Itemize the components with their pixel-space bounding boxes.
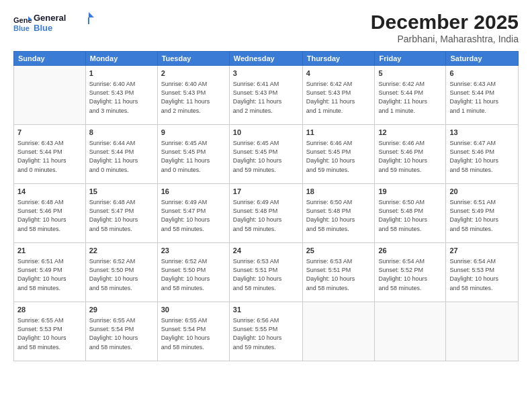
day-cell: 31Sunrise: 6:56 AM Sunset: 5:55 PM Dayli… [229,302,302,361]
calendar-body: 1Sunrise: 6:40 AM Sunset: 5:43 PM Daylig… [14,66,519,361]
day-number: 27 [449,246,515,256]
day-header-thursday: Thursday [302,52,375,66]
logo: General Blue General Blue [13,11,94,35]
logo-svg: General Blue [34,11,94,35]
day-number: 10 [233,128,299,138]
day-number: 22 [89,246,154,256]
week-row-3: 21Sunrise: 6:51 AM Sunset: 5:49 PM Dayli… [14,243,519,302]
day-number: 19 [378,187,442,197]
day-info: Sunrise: 6:55 AM Sunset: 5:54 PM Dayligh… [161,316,226,351]
logo-icon: General Blue [13,13,32,32]
day-cell: 20Sunrise: 6:51 AM Sunset: 5:49 PM Dayli… [446,184,519,243]
day-info: Sunrise: 6:55 AM Sunset: 5:53 PM Dayligh… [17,316,82,351]
day-cell: 23Sunrise: 6:52 AM Sunset: 5:50 PM Dayli… [157,243,229,302]
week-row-1: 7Sunrise: 6:43 AM Sunset: 5:44 PM Daylig… [14,125,519,184]
day-number: 31 [233,305,299,315]
day-number: 4 [306,68,371,79]
day-number: 18 [306,187,371,197]
day-info: Sunrise: 6:42 AM Sunset: 5:43 PM Dayligh… [306,80,371,115]
day-info: Sunrise: 6:42 AM Sunset: 5:44 PM Dayligh… [378,80,442,115]
day-number: 12 [378,128,442,138]
day-info: Sunrise: 6:46 AM Sunset: 5:45 PM Dayligh… [306,139,371,174]
day-header-tuesday: Tuesday [157,52,229,66]
day-cell: 24Sunrise: 6:53 AM Sunset: 5:51 PM Dayli… [229,243,302,302]
day-number: 20 [449,187,515,197]
calendar-table: SundayMondayTuesdayWednesdayThursdayFrid… [13,51,519,361]
day-number: 17 [233,187,299,197]
day-info: Sunrise: 6:54 AM Sunset: 5:52 PM Dayligh… [378,257,442,292]
day-cell: 27Sunrise: 6:54 AM Sunset: 5:53 PM Dayli… [446,243,519,302]
day-cell: 16Sunrise: 6:49 AM Sunset: 5:47 PM Dayli… [157,184,229,243]
day-info: Sunrise: 6:51 AM Sunset: 5:49 PM Dayligh… [449,198,515,233]
day-info: Sunrise: 6:48 AM Sunset: 5:46 PM Dayligh… [17,198,82,233]
day-cell: 14Sunrise: 6:48 AM Sunset: 5:46 PM Dayli… [14,184,86,243]
day-info: Sunrise: 6:48 AM Sunset: 5:47 PM Dayligh… [89,198,154,233]
day-info: Sunrise: 6:49 AM Sunset: 5:47 PM Dayligh… [161,198,226,233]
day-cell: 17Sunrise: 6:49 AM Sunset: 5:48 PM Dayli… [229,184,302,243]
svg-text:Blue: Blue [13,24,30,32]
day-cell: 6Sunrise: 6:43 AM Sunset: 5:44 PM Daylig… [446,66,519,125]
day-cell: 8Sunrise: 6:44 AM Sunset: 5:44 PM Daylig… [85,125,157,184]
day-cell [446,302,519,361]
day-cell: 29Sunrise: 6:55 AM Sunset: 5:54 PM Dayli… [85,302,157,361]
day-info: Sunrise: 6:49 AM Sunset: 5:48 PM Dayligh… [233,198,299,233]
day-number: 9 [161,128,226,138]
day-info: Sunrise: 6:51 AM Sunset: 5:49 PM Dayligh… [17,257,82,292]
title-block: December 2025 Parbhani, Maharashtra, Ind… [371,11,519,44]
day-info: Sunrise: 6:40 AM Sunset: 5:43 PM Dayligh… [161,80,226,115]
day-info: Sunrise: 6:41 AM Sunset: 5:43 PM Dayligh… [233,80,299,115]
day-info: Sunrise: 6:43 AM Sunset: 5:44 PM Dayligh… [449,80,515,115]
day-header-monday: Monday [85,52,157,66]
day-info: Sunrise: 6:54 AM Sunset: 5:53 PM Dayligh… [449,257,515,292]
day-cell: 15Sunrise: 6:48 AM Sunset: 5:47 PM Dayli… [85,184,157,243]
day-number: 23 [161,246,226,256]
day-cell: 28Sunrise: 6:55 AM Sunset: 5:53 PM Dayli… [14,302,86,361]
day-cell: 7Sunrise: 6:43 AM Sunset: 5:44 PM Daylig… [14,125,86,184]
day-info: Sunrise: 6:44 AM Sunset: 5:44 PM Dayligh… [89,139,154,174]
day-info: Sunrise: 6:53 AM Sunset: 5:51 PM Dayligh… [233,257,299,292]
day-number: 3 [233,68,299,79]
day-header-friday: Friday [375,52,446,66]
day-cell: 21Sunrise: 6:51 AM Sunset: 5:49 PM Dayli… [14,243,86,302]
day-number: 16 [161,187,226,197]
calendar-page: General Blue General Blue December 2025 … [0,0,532,411]
day-number: 5 [378,68,442,79]
day-cell [14,66,86,125]
day-cell: 26Sunrise: 6:54 AM Sunset: 5:52 PM Dayli… [375,243,446,302]
header: General Blue General Blue December 2025 … [13,11,519,44]
day-info: Sunrise: 6:52 AM Sunset: 5:50 PM Dayligh… [161,257,226,292]
day-header-wednesday: Wednesday [229,52,302,66]
svg-text:General: General [34,13,66,23]
day-cell: 25Sunrise: 6:53 AM Sunset: 5:51 PM Dayli… [302,243,375,302]
day-number: 7 [17,128,82,138]
day-number: 21 [17,246,82,256]
day-number: 11 [306,128,371,138]
day-number: 28 [17,305,82,315]
week-row-0: 1Sunrise: 6:40 AM Sunset: 5:43 PM Daylig… [14,66,519,125]
day-cell: 5Sunrise: 6:42 AM Sunset: 5:44 PM Daylig… [375,66,446,125]
day-cell: 3Sunrise: 6:41 AM Sunset: 5:43 PM Daylig… [229,66,302,125]
day-info: Sunrise: 6:45 AM Sunset: 5:45 PM Dayligh… [161,139,226,174]
day-info: Sunrise: 6:45 AM Sunset: 5:45 PM Dayligh… [233,139,299,174]
calendar-header-row: SundayMondayTuesdayWednesdayThursdayFrid… [14,52,519,66]
day-cell: 19Sunrise: 6:50 AM Sunset: 5:48 PM Dayli… [375,184,446,243]
day-number: 1 [89,68,154,79]
day-cell: 18Sunrise: 6:50 AM Sunset: 5:48 PM Dayli… [302,184,375,243]
day-info: Sunrise: 6:43 AM Sunset: 5:44 PM Dayligh… [17,139,82,174]
day-number: 13 [449,128,515,138]
day-cell: 10Sunrise: 6:45 AM Sunset: 5:45 PM Dayli… [229,125,302,184]
week-row-4: 28Sunrise: 6:55 AM Sunset: 5:53 PM Dayli… [14,302,519,361]
location: Parbhani, Maharashtra, India [371,34,519,44]
day-cell: 4Sunrise: 6:42 AM Sunset: 5:43 PM Daylig… [302,66,375,125]
day-info: Sunrise: 6:50 AM Sunset: 5:48 PM Dayligh… [306,198,371,233]
day-cell [375,302,446,361]
day-header-saturday: Saturday [446,52,519,66]
day-number: 14 [17,187,82,197]
svg-marker-5 [89,12,94,17]
day-cell: 9Sunrise: 6:45 AM Sunset: 5:45 PM Daylig… [157,125,229,184]
svg-text:Blue: Blue [34,23,52,33]
day-info: Sunrise: 6:52 AM Sunset: 5:50 PM Dayligh… [89,257,154,292]
month-year: December 2025 [371,11,519,34]
day-cell: 1Sunrise: 6:40 AM Sunset: 5:43 PM Daylig… [85,66,157,125]
day-info: Sunrise: 6:46 AM Sunset: 5:46 PM Dayligh… [378,139,442,174]
